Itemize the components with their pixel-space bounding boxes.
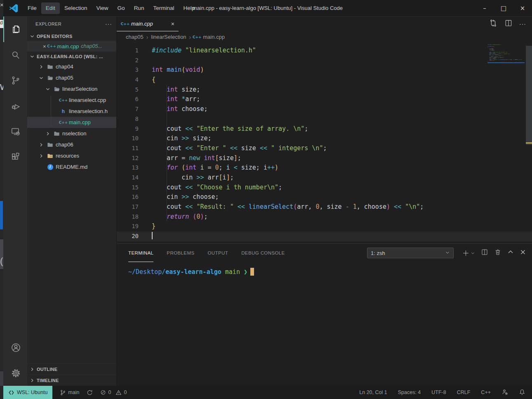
menu-go[interactable]: Go — [113, 2, 129, 14]
chevron-down-icon — [445, 250, 450, 256]
open-editors-section[interactable]: OPEN EDITORS — [27, 31, 116, 41]
tree-item-label: main.cpp — [69, 119, 91, 125]
code-editor[interactable]: 1#include "linearselection.h"23int main(… — [117, 42, 532, 243]
outline-section[interactable]: OUTLINE — [27, 364, 116, 375]
prompt-path: ~/Desktop/ — [128, 268, 165, 276]
prompt-branch: main — [221, 268, 240, 276]
source-control-icon[interactable] — [3, 68, 27, 93]
feedback-icon[interactable] — [501, 389, 508, 397]
cpp-icon: C++ — [60, 119, 67, 126]
close-button[interactable]: × — [513, 0, 532, 16]
account-icon[interactable] — [3, 335, 27, 360]
split-terminal-icon[interactable] — [481, 248, 488, 257]
tree-indent-spacer — [51, 97, 58, 104]
code-line-content: int main(void) — [152, 65, 532, 75]
status-cursor-position[interactable]: Ln 20, Col 1 — [359, 390, 387, 395]
menu-run[interactable]: Run — [129, 2, 149, 14]
chevron-right-icon — [45, 130, 51, 137]
search-icon[interactable] — [3, 42, 27, 68]
maximize-button[interactable]: □ — [494, 0, 513, 16]
branch-indicator[interactable]: main — [60, 390, 79, 396]
menu-file[interactable]: File — [23, 2, 41, 14]
code-line-content — [152, 56, 532, 66]
folder-open-icon — [53, 86, 60, 92]
open-editor-item-main-cpp[interactable]: × C++ main.cpp chap05... — [27, 41, 116, 52]
code-line: 20 — [117, 231, 532, 241]
menu-terminal[interactable]: Terminal — [148, 2, 179, 14]
breadcrumb-folder[interactable]: linearSelection — [151, 34, 186, 40]
menu-edit[interactable]: Edit — [41, 2, 60, 14]
tree-item-chap05[interactable]: chap05 — [27, 72, 116, 83]
code-line-content: } — [152, 222, 532, 231]
close-panel-icon[interactable] — [520, 249, 526, 257]
breadcrumb-separator-icon: › — [189, 34, 191, 40]
code-line-content: cin >> size; — [152, 134, 532, 144]
tree-item-linearselect-cpp[interactable]: C++linearselect.cpp — [27, 94, 116, 106]
tree-item-main-cpp[interactable]: C++main.cpp — [27, 117, 116, 128]
code-line-content: #include "linearselection.h" — [152, 46, 532, 56]
new-terminal-button[interactable] — [462, 249, 475, 257]
tree-item-linearselection-h[interactable]: hlinearselection.h — [27, 106, 116, 117]
terminal-picker-dropdown[interactable]: 1: zsh — [367, 248, 454, 258]
tab-main-cpp[interactable]: C++ main.cpp × — [117, 17, 179, 31]
split-editor-icon[interactable] — [504, 19, 513, 29]
tree-item-readme-md[interactable]: iREADME.md — [27, 161, 116, 172]
terminal[interactable]: ~/Desktop/easy-learn-algo main ❯ — [117, 262, 532, 386]
status-eol[interactable]: CRLF — [457, 390, 471, 395]
run-and-debug-icon[interactable] — [3, 93, 27, 119]
minimize-button[interactable]: – — [475, 0, 494, 16]
tree-indent-guide — [51, 96, 51, 127]
line-number: 19 — [117, 222, 139, 231]
minimap[interactable]: #include "linearselection.h" int main(vo… — [487, 44, 525, 147]
kill-terminal-icon[interactable] — [494, 248, 501, 257]
extensions-icon[interactable] — [3, 144, 27, 170]
status-language[interactable]: C++ — [481, 390, 491, 395]
chevron-right-icon — [38, 64, 45, 70]
explorer-icon[interactable] — [3, 17, 27, 42]
breadcrumb-file[interactable]: main.cpp — [203, 34, 225, 40]
open-changes-icon[interactable] — [489, 19, 498, 29]
tree-item-chap04[interactable]: chap04 — [27, 61, 116, 72]
status-indentation[interactable]: Spaces: 4 — [398, 390, 421, 395]
tree-item-nselection[interactable]: nselection — [27, 128, 116, 139]
close-editor-icon[interactable]: × — [43, 43, 46, 50]
breadcrumb-folder[interactable]: chap05 — [126, 34, 144, 40]
explorer-more-actions-icon[interactable]: ··· — [105, 21, 112, 27]
notifications-bell-icon[interactable] — [519, 389, 525, 397]
line-number: 15 — [117, 183, 139, 193]
line-number: 7 — [117, 104, 139, 114]
editor-scrollbar[interactable] — [526, 46, 532, 145]
panel-tab-debug-console[interactable]: DEBUG CONSOLE — [241, 244, 285, 262]
tree-item-label: linearSelection — [62, 86, 97, 92]
code-line-content: int size; — [152, 85, 532, 95]
menu-selection[interactable]: Selection — [60, 2, 92, 14]
timeline-section[interactable]: TIMELINE — [27, 375, 116, 386]
menu-view[interactable]: View — [92, 2, 113, 14]
panel-tab-output[interactable]: OUTPUT — [207, 244, 228, 262]
panel-tab-problems[interactable]: PROBLEMS — [167, 244, 194, 262]
tree-item-resources[interactable]: resources — [27, 150, 116, 161]
cpp-file-icon: C++ — [122, 21, 129, 27]
remote-indicator[interactable]: WSL: Ubuntu — [3, 386, 52, 399]
chevron-down-icon — [471, 251, 475, 255]
status-encoding[interactable]: UTF-8 — [431, 390, 446, 395]
tree-item-chap06[interactable]: chap06 — [27, 139, 116, 150]
close-tab-icon[interactable]: × — [171, 21, 174, 27]
sync-changes-button[interactable] — [87, 390, 93, 396]
problems-indicator[interactable]: 0 0 — [100, 390, 127, 396]
tree-item-linearselection[interactable]: linearSelection — [27, 83, 116, 94]
title-bar: FileEditSelectionViewGoRunTerminalHelp m… — [3, 0, 532, 17]
info-icon: i — [47, 164, 54, 170]
overview-ruler-marker — [526, 142, 532, 144]
line-number: 20 — [117, 231, 139, 241]
settings-gear-icon[interactable] — [3, 360, 27, 386]
panel-tab-terminal[interactable]: TERMINAL — [128, 244, 153, 262]
line-number: 5 — [117, 85, 139, 95]
maximize-panel-icon[interactable] — [507, 249, 514, 257]
code-line: 1#include "linearselection.h" — [117, 46, 532, 56]
editor-more-actions-icon[interactable]: ··· — [519, 21, 526, 27]
remote-explorer-icon[interactable] — [3, 119, 27, 144]
chevron-down-icon — [29, 33, 35, 40]
chevron-right-icon — [38, 142, 45, 148]
workspace-section[interactable]: EASY-LEARN-ALGO [WSL: ... — [27, 52, 116, 61]
